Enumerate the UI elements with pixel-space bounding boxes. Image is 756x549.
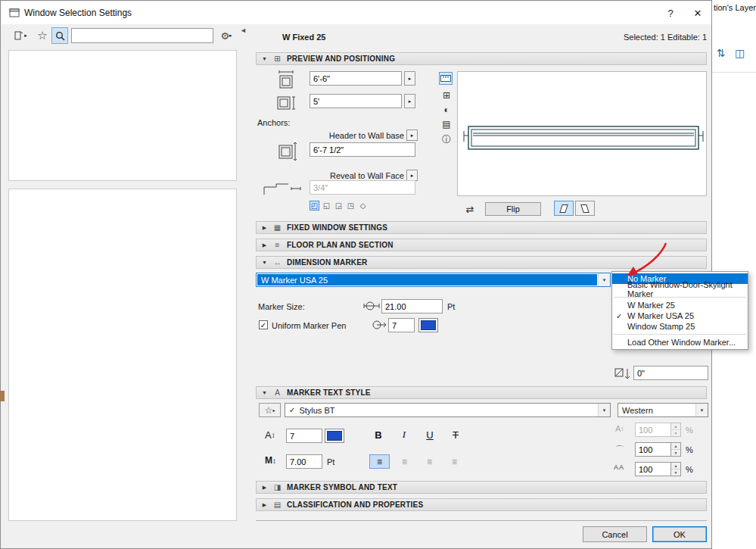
settings-gear-button[interactable]: ⚙ ▸ — [216, 27, 236, 44]
align-justify-button[interactable]: ≡ — [444, 454, 465, 469]
dialog-title: Window Selection Settings — [24, 8, 132, 18]
width-factor-input[interactable] — [635, 442, 671, 457]
width-factor-spinner[interactable]: ▲ ▼ — [671, 442, 681, 457]
font-size-icon: A ↕ — [265, 429, 275, 441]
reveal-input — [310, 180, 415, 195]
header-anchor-options-button[interactable]: ▸ — [406, 129, 418, 141]
preview-mode-plan-button[interactable]: ⊞ — [440, 89, 453, 101]
height-options-button[interactable]: ▸ — [404, 94, 415, 108]
star-icon: ☆ — [265, 405, 273, 416]
close-button[interactable]: ✕ — [684, 2, 711, 23]
bold-button[interactable]: B — [370, 427, 387, 442]
flyout-arrow-icon: ▸ — [272, 407, 275, 413]
anchor-option-2[interactable]: ◱ — [322, 201, 331, 211]
spin-up-icon: ▲ — [671, 443, 680, 450]
section-marker-text-style[interactable]: ▼ A MARKER TEXT STYLE — [256, 386, 707, 399]
preview-mode-elevation-button[interactable] — [439, 72, 453, 85]
window-width-input[interactable] — [310, 71, 402, 86]
search-button[interactable] — [51, 27, 68, 44]
cancel-button[interactable]: Cancel — [583, 526, 647, 542]
font-size-input[interactable] — [286, 429, 322, 443]
italic-button[interactable]: I — [396, 427, 412, 442]
anchor-option-1[interactable]: ◰ — [310, 201, 319, 211]
underline-button[interactable]: U — [422, 427, 438, 442]
window-height-input[interactable] — [310, 94, 402, 108]
section-fixed-window-settings[interactable]: ▶ ▦ FIXED WINDOW SETTINGS — [256, 221, 707, 234]
menu-item-w-marker-25[interactable]: W Marker 25 — [612, 300, 748, 310]
line-spacing-icon: A ↕ — [615, 424, 624, 433]
orientation-left-button[interactable] — [554, 201, 574, 216]
dialog-titlebar[interactable]: Window Selection Settings ? ✕ — [2, 2, 711, 24]
anchor-option-5[interactable]: ◇ — [358, 201, 368, 211]
text-height-unit: Pt — [327, 457, 334, 466]
menu-item-w-marker-usa-25[interactable]: ✓ W Marker USA 25 — [612, 310, 748, 321]
pane-right-icon — [580, 204, 590, 213]
window-height-icon — [275, 92, 297, 114]
help-button[interactable]: ? — [657, 2, 684, 23]
search-input[interactable] — [71, 28, 213, 43]
flip-button[interactable]: Flip — [485, 202, 541, 216]
layers-icon[interactable]: ◫ — [735, 47, 745, 59]
preview-section-icon: ⊞ — [272, 55, 282, 63]
marker-type-combobox[interactable]: W Marker USA 25 ▼ — [256, 273, 611, 287]
marker-pen-color-swatch[interactable] — [418, 318, 438, 332]
floor-plan-section-icon: ≡ — [272, 241, 282, 249]
anchor-option-3[interactable]: ◲ — [334, 201, 344, 211]
anchor-option-4[interactable]: ◳ — [346, 201, 356, 211]
marker-offset-icon — [614, 367, 632, 381]
marker-offset-input[interactable] — [633, 366, 708, 380]
background-divider — [712, 72, 756, 73]
uniform-marker-pen-checkbox[interactable]: ✓ — [259, 320, 268, 329]
align-right-button[interactable]: ≡ — [419, 454, 440, 469]
anchors-label: Anchors: — [257, 118, 290, 127]
arrow-pair-icon[interactable]: ⇅ — [717, 47, 726, 59]
preview-mode-section-button[interactable]: ▤ — [440, 117, 453, 130]
menu-item-load-other-marker[interactable]: Load Other Window Marker... — [612, 337, 748, 348]
header-anchor-input[interactable] — [310, 142, 415, 157]
preview-canvas[interactable] — [457, 71, 707, 196]
ok-button[interactable]: OK — [652, 526, 707, 542]
menu-item-basic-marker[interactable]: Basic Window-Door-Skylight Marker — [612, 284, 748, 295]
marker-dropdown-menu: No Marker Basic Window-Door-Skylight Mar… — [611, 271, 748, 350]
character-spacing-spinner[interactable]: ▲ ▼ — [671, 462, 681, 476]
character-spacing-icon: AA — [614, 463, 624, 471]
favorites-picker-button[interactable]: ▸ — [10, 27, 31, 44]
combobox-arrow-icon[interactable]: ▼ — [598, 273, 610, 286]
marker-size-icon — [362, 299, 381, 313]
combobox-arrow-icon[interactable]: ▼ — [598, 404, 610, 416]
orientation-right-button[interactable] — [575, 201, 595, 216]
font-combobox[interactable]: ✓ Stylus BT ▼ — [285, 403, 611, 417]
items-list-panel[interactable] — [8, 189, 237, 521]
encoding-combobox[interactable]: Western ▼ — [618, 403, 708, 417]
percent-label: % — [686, 465, 693, 474]
text-height-input[interactable] — [286, 454, 322, 469]
collapse-sidebar-chevron[interactable]: ◄ — [240, 27, 247, 34]
preview-mode-3d-button[interactable]: ◐ — [440, 103, 453, 116]
text-pen-color-swatch[interactable] — [325, 429, 344, 443]
percent-label: % — [686, 426, 693, 435]
text-favorites-button[interactable]: ☆ ▸ — [259, 403, 281, 417]
section-classification-properties[interactable]: ▶ ▤ CLASSIFICATION AND PROPERTIES — [256, 498, 707, 511]
marker-pen-input[interactable] — [388, 318, 415, 332]
text-height-icon: M ↕ — [265, 455, 276, 466]
favorites-list-panel[interactable] — [8, 50, 237, 181]
marker-symbol-section-icon: ◨ — [272, 483, 282, 491]
preview-info-button[interactable]: ⓘ — [440, 133, 453, 146]
align-center-button[interactable]: ≡ — [394, 454, 415, 469]
character-spacing-input[interactable] — [635, 462, 671, 476]
width-options-button[interactable]: ▸ — [404, 71, 415, 86]
favorites-star-button[interactable]: ☆ — [34, 27, 51, 44]
spin-down-icon: ▼ — [671, 469, 680, 476]
section-marker-symbol-text[interactable]: ▶ ◨ MARKER SYMBOL AND TEXT — [256, 481, 707, 494]
marker-size-input[interactable] — [381, 299, 443, 313]
section-preview-positioning[interactable]: ▼ ⊞ PREVIEW AND POSITIONING — [256, 52, 707, 65]
combobox-arrow-icon[interactable]: ▼ — [695, 404, 708, 416]
align-left-button[interactable]: ≡ — [369, 454, 390, 469]
reveal-depth-icon — [261, 181, 303, 198]
strikethrough-button[interactable]: T — [447, 427, 464, 442]
spin-up-icon: ▲ — [671, 463, 680, 469]
menu-item-window-stamp-25[interactable]: Window Stamp 25 — [612, 321, 748, 332]
section-label: MARKER SYMBOL AND TEXT — [287, 483, 397, 491]
marker-combobox-value: W Marker USA 25 — [261, 276, 328, 285]
reveal-options-button[interactable]: ▸ — [406, 170, 418, 181]
